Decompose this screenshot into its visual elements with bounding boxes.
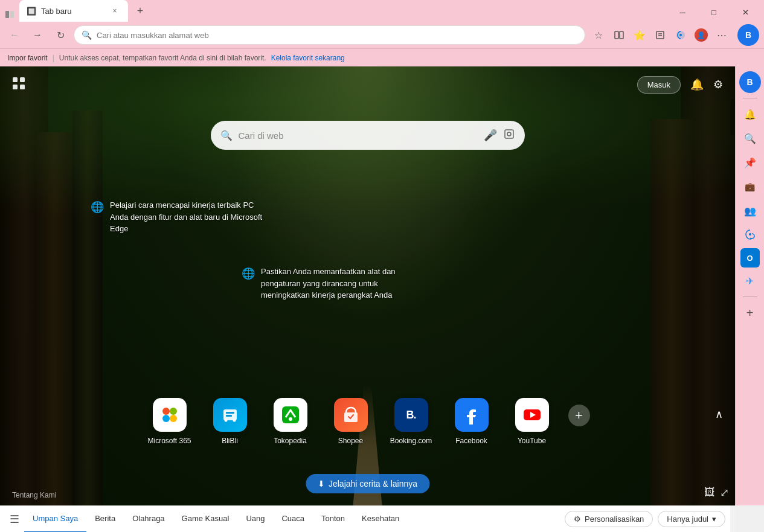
more-options-icon[interactable]: ⋯ xyxy=(712,25,731,45)
import-favorites-button[interactable]: Impor favorit xyxy=(7,54,48,62)
youtube-link[interactable]: YouTube xyxy=(508,398,556,445)
address-bar[interactable]: 🔍 xyxy=(74,25,585,45)
sidebar-people-icon[interactable]: 👥 xyxy=(739,200,761,222)
sidebar-wallet-icon[interactable]: 💼 xyxy=(739,176,761,197)
tentang-kami-link[interactable]: Tentang Kami xyxy=(12,491,56,499)
nav-item-tonton[interactable]: Tonton xyxy=(313,506,353,533)
new-tab-settings-icon[interactable]: ⚙ xyxy=(713,78,723,91)
facebook-link[interactable]: Facebook xyxy=(448,398,496,445)
svg-point-18 xyxy=(170,415,177,422)
scrollbar-track[interactable] xyxy=(730,93,735,532)
bing-sidebar-button[interactable]: B xyxy=(739,71,761,93)
scrollbar-thumb[interactable] xyxy=(730,99,735,135)
nav-item-olahraga[interactable]: Olahraga xyxy=(124,506,173,533)
sidebar-pin-icon[interactable]: 📌 xyxy=(739,152,761,173)
notification-bell-icon[interactable]: 🔔 xyxy=(690,78,704,91)
new-tab-top-bar: Masuk 🔔 ⚙ xyxy=(0,66,735,103)
close-button[interactable]: ✕ xyxy=(731,2,759,22)
svg-rect-21 xyxy=(226,415,232,417)
svg-point-15 xyxy=(162,408,170,415)
sidebar-add-extension-icon[interactable]: + xyxy=(739,302,761,324)
microsoft-365-icon xyxy=(153,398,187,432)
minimize-button[interactable]: ─ xyxy=(669,2,696,22)
add-quick-link-button[interactable]: + xyxy=(568,405,590,426)
nav-item-cuaca[interactable]: Cuaca xyxy=(273,506,313,533)
svg-point-16 xyxy=(170,408,177,415)
tab-close-button[interactable]: × xyxy=(109,5,121,17)
maximize-button[interactable]: □ xyxy=(700,2,728,22)
svg-rect-2 xyxy=(615,31,618,39)
refresh-button[interactable]: ↻ xyxy=(51,25,70,45)
sidebar-telegram-icon[interactable]: ✈ xyxy=(739,270,761,292)
sign-in-button[interactable]: Masuk xyxy=(637,76,681,94)
booking-link[interactable]: B. Booking.com xyxy=(387,398,435,445)
favorites-bar: Impor favorit | Untuk akses cepat, tempa… xyxy=(0,48,764,66)
search-container: 🔍 🎤 xyxy=(211,121,525,150)
personalize-button[interactable]: ⚙ Personalisasikan xyxy=(565,511,653,527)
address-input[interactable] xyxy=(97,31,577,40)
display-mode-button[interactable]: Hanya judul ▾ xyxy=(658,511,725,527)
favorites-hint: Untuk akses cepat, tempatkan favorit And… xyxy=(59,54,266,62)
youtube-icon xyxy=(515,398,549,432)
info-globe-icon-1: 🌐 xyxy=(91,200,104,214)
collections-icon[interactable] xyxy=(650,25,670,45)
nav-item-umpan-saya[interactable]: Umpan Saya xyxy=(24,506,86,533)
facebook-label: Facebook xyxy=(455,437,487,445)
share-icon[interactable]: 🖼 xyxy=(704,486,715,499)
svg-rect-9 xyxy=(13,77,18,82)
tokopedia-link[interactable]: Tokopedia xyxy=(266,398,315,445)
tokopedia-icon xyxy=(274,398,307,432)
split-screen-icon[interactable] xyxy=(609,25,629,45)
sidebar-outlook-icon[interactable]: O xyxy=(740,248,760,268)
sidebar-divider-1 xyxy=(743,98,757,98)
nav-item-berita[interactable]: Berita xyxy=(86,506,124,533)
svg-point-17 xyxy=(162,415,170,422)
new-tab-button[interactable]: + xyxy=(130,1,150,21)
explore-stories-button[interactable]: ⬇ Jelajahi cerita & lainnya xyxy=(306,474,429,493)
sidebar-toggle-icon[interactable] xyxy=(5,10,14,19)
visual-search-icon[interactable] xyxy=(503,128,515,143)
svg-point-23 xyxy=(233,419,236,422)
microsoft-365-link[interactable]: Microsoft 365 xyxy=(146,398,194,445)
fullscreen-icon[interactable]: ⤢ xyxy=(720,486,729,499)
blibli-label: BliBli xyxy=(222,437,238,445)
manage-favorites-link[interactable]: Kelola favorit sekarang xyxy=(271,54,345,62)
explore-arrow-icon: ⬇ xyxy=(318,479,325,489)
sidebar-copilot-icon[interactable] xyxy=(739,224,761,246)
shopee-icon xyxy=(334,398,368,432)
voice-search-icon[interactable]: 🎤 xyxy=(484,129,497,142)
booking-icon: B. xyxy=(394,398,428,432)
collapse-button[interactable]: ∧ xyxy=(715,408,723,421)
nav-right-actions: ⚙ Personalisasikan Hanya judul ▾ xyxy=(565,511,725,527)
active-tab[interactable]: 🔲 Tab baru × xyxy=(19,0,128,22)
star-icon[interactable]: ☆ xyxy=(589,25,608,45)
back-button[interactable]: ← xyxy=(5,25,24,45)
nav-item-uang[interactable]: Uang xyxy=(237,506,273,533)
hamburger-menu-button[interactable]: ☰ xyxy=(10,513,19,526)
tokopedia-label: Tokopedia xyxy=(274,437,307,445)
profile-icon[interactable]: 👤 xyxy=(692,25,711,45)
main-area: Masuk 🔔 ⚙ 🔍 🎤 xyxy=(0,66,764,505)
shopee-link[interactable]: Shopee xyxy=(327,398,375,445)
shopee-label: Shopee xyxy=(338,437,363,445)
quick-links: Microsoft 365 BliBli xyxy=(146,398,590,445)
bing-copilot-button[interactable]: B xyxy=(737,24,759,46)
nav-item-game-kasual[interactable]: Game Kasual xyxy=(173,506,238,533)
new-tab-actions: Masuk 🔔 ⚙ xyxy=(637,76,723,94)
blibli-link[interactable]: BliBli xyxy=(206,398,254,445)
tab-favicon: 🔲 xyxy=(27,7,36,16)
copilot-icon[interactable] xyxy=(671,25,690,45)
svg-rect-1 xyxy=(10,11,14,18)
sidebar-notification-icon[interactable]: 🔔 xyxy=(739,103,761,125)
search-icon: 🔍 xyxy=(82,30,92,40)
sidebar-search-icon[interactable]: 🔍 xyxy=(739,127,761,149)
facebook-icon xyxy=(455,398,489,432)
info-text-2: Pastikan Anda memanfaatkan alat dan peng… xyxy=(261,266,423,301)
forward-button[interactable]: → xyxy=(28,25,47,45)
info-card-1: 🌐 Pelajari cara mencapai kinerja terbaik… xyxy=(91,199,272,235)
search-input[interactable] xyxy=(239,130,478,141)
nav-item-kesehatan[interactable]: Kesehatan xyxy=(353,506,408,533)
favorites-icon[interactable]: ⭐ xyxy=(630,25,649,45)
search-magnifier-icon: 🔍 xyxy=(220,130,233,141)
apps-grid-icon[interactable] xyxy=(12,77,25,92)
